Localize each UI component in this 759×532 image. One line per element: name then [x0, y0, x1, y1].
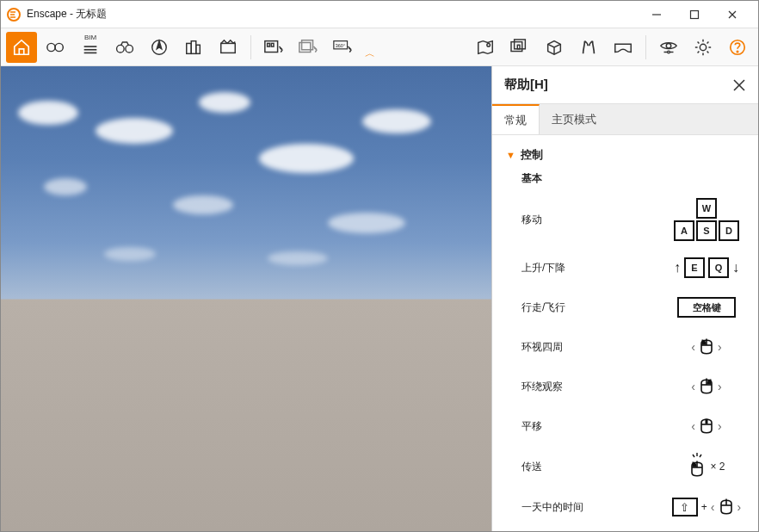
tab-homepage[interactable]: 主页模式 — [540, 104, 608, 134]
svg-rect-15 — [196, 45, 201, 53]
vr-button[interactable] — [608, 32, 639, 63]
settings-button[interactable] — [688, 32, 719, 63]
help-button[interactable] — [722, 32, 753, 63]
svg-point-10 — [117, 45, 125, 53]
bracket-right-icon: › — [737, 500, 742, 514]
minimize-button[interactable] — [638, 2, 676, 28]
visual-settings-button[interactable] — [653, 32, 684, 63]
maximize-button[interactable] — [676, 2, 713, 28]
svg-point-32 — [700, 44, 706, 50]
panel-close-button[interactable] — [732, 78, 746, 92]
key-d: D — [719, 220, 739, 241]
svg-rect-42 — [706, 419, 708, 424]
bracket-left-icon: ‹ — [691, 340, 695, 354]
svg-rect-16 — [221, 43, 236, 53]
svg-rect-13 — [187, 43, 192, 53]
label-move: 移动 — [521, 213, 663, 227]
key-e: E — [684, 257, 705, 278]
label-timeofday: 一天中的时间 — [521, 500, 663, 515]
mouse-icon — [719, 496, 734, 518]
teleport-times-label: × 2 — [710, 461, 725, 473]
export-image-button[interactable] — [258, 32, 289, 63]
compass-button[interactable] — [144, 32, 175, 63]
label-teleport: 传送 — [521, 460, 663, 474]
row-updown: 上升/下降 ↑ E Q ↓ — [501, 248, 758, 288]
row-move: 移动 W A S D — [501, 191, 758, 248]
mouse-right-icon — [699, 375, 714, 398]
label-walkfly: 行走/飞行 — [521, 300, 663, 315]
binoculars-button[interactable] — [109, 32, 140, 63]
window-title: Enscape - 无标题 — [27, 7, 107, 22]
svg-rect-18 — [268, 43, 270, 46]
map-button[interactable] — [470, 32, 501, 63]
section-control[interactable]: ▼ 控制 — [501, 144, 758, 166]
svg-point-30 — [668, 51, 670, 53]
assets-button[interactable] — [178, 32, 209, 63]
svg-rect-14 — [191, 40, 196, 53]
svg-point-11 — [126, 45, 133, 53]
bracket-left-icon: ‹ — [691, 419, 695, 433]
views-button[interactable] — [40, 32, 71, 63]
svg-rect-27 — [517, 45, 520, 49]
plus-label: + — [701, 501, 707, 513]
section-control-label: 控制 — [521, 147, 543, 163]
tab-homepage-label: 主页模式 — [552, 112, 596, 127]
row-orbit: 环绕观察 ‹ › — [501, 367, 758, 406]
svg-text:360°: 360° — [336, 43, 345, 48]
svg-rect-21 — [302, 40, 313, 49]
toolbar-expand-icon[interactable]: ︿ — [365, 46, 375, 61]
label-pan: 平移 — [521, 419, 663, 434]
bim-button[interactable]: BIM — [75, 32, 106, 63]
svg-rect-25 — [511, 41, 522, 51]
cube-button[interactable] — [539, 32, 570, 63]
export-batch-button[interactable] — [293, 32, 324, 63]
mouse-left-icon — [699, 336, 714, 358]
row-look: 环视四周 ‹ › — [501, 327, 758, 367]
row-pan: 平移 ‹ › — [501, 406, 758, 446]
bracket-right-icon: › — [718, 380, 722, 393]
gallery-button[interactable] — [504, 32, 535, 63]
svg-rect-20 — [299, 42, 311, 52]
label-look: 环视四周 — [521, 340, 663, 355]
svg-point-28 — [666, 43, 671, 48]
svg-point-6 — [55, 43, 63, 51]
svg-rect-19 — [271, 43, 274, 46]
bracket-right-icon: › — [718, 340, 722, 354]
key-q: Q — [708, 257, 729, 278]
export-panorama-button[interactable]: 360° — [327, 32, 358, 63]
key-a: A — [674, 220, 694, 241]
label-updown: 上升/下降 — [521, 261, 663, 275]
panel-title: 帮助[H] — [504, 77, 732, 93]
key-s: S — [696, 220, 717, 241]
tab-general[interactable]: 常规 — [492, 104, 540, 134]
row-timeofday: 一天中的时间 ⇧ + ‹ › — [501, 487, 758, 527]
label-orbit: 环绕观察 — [521, 380, 663, 394]
svg-point-5 — [47, 43, 55, 51]
bracket-right-icon: › — [718, 419, 722, 433]
up-arrow-icon: ↑ — [674, 260, 681, 275]
mouse-middle-icon — [699, 415, 714, 437]
svg-line-47 — [700, 455, 701, 457]
home-button[interactable] — [6, 32, 37, 63]
svg-line-46 — [693, 455, 694, 457]
bracket-left-icon: ‹ — [691, 380, 695, 393]
shift-key-icon: ⇧ — [672, 498, 698, 517]
wasd-keys-icon: W A S D — [674, 198, 739, 241]
mouse-doubleclick-icon — [688, 453, 707, 480]
video-button[interactable] — [213, 32, 244, 63]
app-logo-icon — [6, 7, 22, 22]
key-space: 空格键 — [677, 297, 736, 318]
close-button[interactable] — [713, 2, 751, 28]
svg-rect-2 — [691, 10, 699, 18]
disclosure-triangle-icon: ▼ — [506, 150, 515, 160]
svg-point-24 — [487, 43, 491, 46]
tab-general-label: 常规 — [504, 113, 527, 128]
key-w: W — [696, 198, 717, 219]
panel-scroll-area[interactable]: ▼ 控制 基本 移动 W A S D — [492, 135, 758, 531]
row-walkfly: 行走/飞行 空格键 — [501, 288, 758, 327]
subheading-basic: 基本 — [501, 166, 758, 191]
down-arrow-icon: ↓ — [732, 260, 739, 275]
bracket-left-icon: ‹ — [711, 500, 715, 514]
walk-button[interactable] — [573, 32, 604, 63]
render-viewport[interactable] — [1, 66, 491, 531]
